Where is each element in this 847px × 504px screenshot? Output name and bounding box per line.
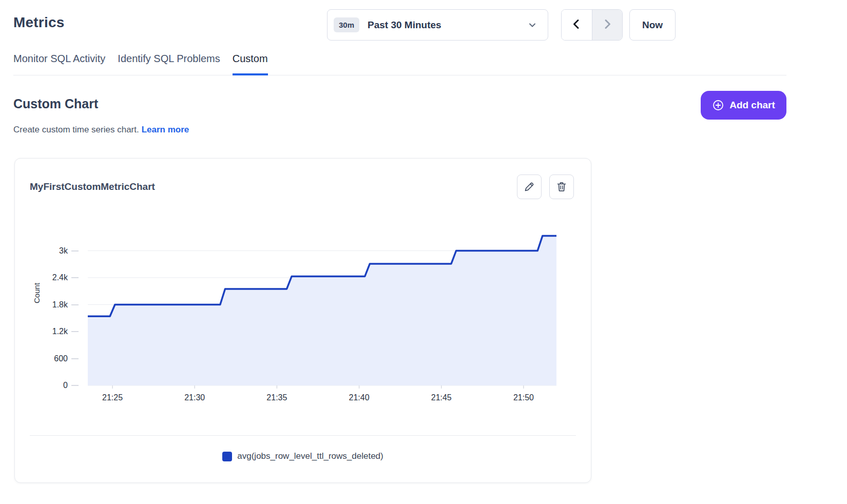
- chevron-right-icon: [601, 18, 613, 32]
- y-tick-label: 3k: [35, 245, 79, 257]
- section-description: Create custom time series chart.Learn mo…: [13, 125, 189, 135]
- legend-series-name: avg(jobs_row_level_ttl_rows_deleted): [237, 451, 383, 461]
- section-title: Custom Chart: [13, 96, 98, 111]
- add-chart-button[interactable]: Add chart: [701, 91, 786, 120]
- y-tick-label: 2.4k: [35, 272, 79, 283]
- add-chart-label: Add chart: [729, 100, 775, 111]
- chart-legend: avg(jobs_row_level_ttl_rows_deleted): [15, 449, 591, 463]
- y-tick-mark: [71, 277, 79, 278]
- timeseries-chart[interactable]: Count 06001.2k1.8k2.4k3k21:2521:3021:352…: [15, 159, 591, 482]
- x-tick-label: 21:25: [102, 393, 123, 402]
- tab-monitor-sql-activity[interactable]: Monitor SQL Activity: [13, 53, 105, 75]
- y-tick-label: 600: [35, 353, 79, 364]
- chart-plot-svg[interactable]: [88, 224, 556, 389]
- now-button[interactable]: Now: [629, 9, 676, 41]
- y-tick-label: 1.2k: [35, 326, 79, 337]
- x-tick-label: 21:50: [513, 393, 534, 402]
- card-divider: [30, 435, 576, 436]
- time-nav-group: [561, 9, 623, 41]
- tab-custom[interactable]: Custom: [233, 53, 268, 75]
- learn-more-link[interactable]: Learn more: [142, 125, 189, 134]
- time-range-badge: 30m: [334, 17, 359, 32]
- x-tick-label: 21:35: [266, 393, 287, 402]
- chevron-down-icon: [527, 20, 537, 30]
- legend-swatch: [222, 452, 232, 461]
- metrics-page: Metrics 30m Past 30 Minutes Now Monitor …: [0, 0, 847, 504]
- y-tick-mark: [71, 304, 79, 305]
- tab-identify-sql-problems[interactable]: Identify SQL Problems: [118, 53, 220, 75]
- next-time-button[interactable]: [592, 10, 623, 40]
- y-tick-mark: [71, 358, 79, 359]
- x-tick-label: 21:45: [431, 393, 452, 402]
- tabs-nav: Monitor SQL ActivityIdentify SQL Problem…: [13, 53, 786, 75]
- prev-time-button[interactable]: [562, 10, 592, 40]
- y-tick-label: 0: [35, 380, 79, 391]
- x-tick-label: 21:30: [184, 393, 205, 402]
- page-title: Metrics: [13, 14, 64, 31]
- y-tick-mark: [71, 331, 79, 332]
- y-tick-mark: [71, 250, 79, 251]
- y-tick-label: 1.8k: [35, 299, 79, 311]
- chevron-left-icon: [570, 18, 583, 32]
- time-range-label: Past 30 Minutes: [368, 20, 527, 31]
- y-tick-mark: [71, 385, 79, 386]
- chart-card: MyFirstCustomMetricChart Count 06001.2k1…: [14, 158, 591, 483]
- description-text: Create custom time series chart.: [13, 125, 139, 134]
- x-tick-label: 21:40: [349, 393, 370, 402]
- plus-circle-icon: [712, 99, 724, 111]
- time-range-select[interactable]: 30m Past 30 Minutes: [327, 9, 548, 41]
